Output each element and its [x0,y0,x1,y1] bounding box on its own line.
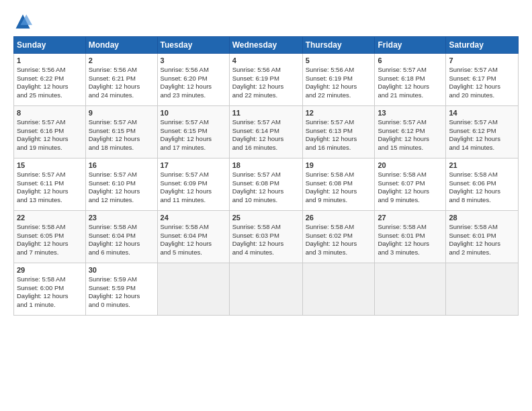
day-cell: 29Sunrise: 5:58 AMSunset: 6:00 PMDayligh… [14,263,86,316]
day-info-line: Sunset: 6:18 PM [378,75,443,83]
day-info-line: and 25 minutes. [17,91,83,100]
calendar-header: SundayMondayTuesdayWednesdayThursdayFrid… [14,37,519,54]
day-info-line: and 20 minutes. [449,91,515,100]
day-info-line: and 16 minutes. [306,144,372,152]
day-cell: 18Sunrise: 5:57 AMSunset: 6:08 PMDayligh… [229,158,302,211]
day-info-line: and 17 minutes. [161,144,226,152]
day-info-line: Daylight: 12 hours [161,135,226,144]
column-header-tuesday: Tuesday [157,37,229,54]
day-cell: 21Sunrise: 5:58 AMSunset: 6:06 PMDayligh… [446,158,519,211]
day-number: 16 [89,161,154,171]
column-header-monday: Monday [85,37,157,54]
day-info-line: Sunset: 6:13 PM [306,127,372,136]
day-info-line: Daylight: 12 hours [89,292,154,301]
day-info-line: and 18 minutes. [89,144,154,152]
day-info-line: and 9 minutes. [306,196,372,205]
day-info-line: Sunrise: 5:58 AM [17,223,83,232]
day-cell: 5Sunrise: 5:56 AMSunset: 6:19 PMDaylight… [302,54,375,106]
day-info-line: and 12 minutes. [89,196,154,205]
day-cell: 22Sunrise: 5:58 AMSunset: 6:05 PMDayligh… [14,211,86,263]
column-header-saturday: Saturday [446,37,519,54]
day-info-line: Sunrise: 5:57 AM [449,118,515,127]
day-info-line: Sunrise: 5:57 AM [161,118,226,127]
logo-icon [13,12,32,31]
day-cell: 2Sunrise: 5:56 AMSunset: 6:21 PMDaylight… [85,54,157,106]
day-info-line: Sunset: 6:19 PM [232,75,300,83]
day-info-line: and 8 minutes. [449,196,515,205]
day-cell [446,263,519,316]
day-info-line: and 15 minutes. [378,144,443,152]
day-number: 3 [161,56,226,66]
day-number: 21 [449,161,515,171]
day-info-line: Sunrise: 5:57 AM [449,66,515,75]
day-info-line: Daylight: 12 hours [449,135,515,144]
day-info-line: Sunset: 6:02 PM [306,232,372,240]
day-number: 15 [17,161,83,171]
day-info-line: Sunrise: 5:57 AM [17,118,83,127]
day-cell [229,263,302,316]
day-info-line: Sunset: 6:22 PM [17,75,83,83]
day-info-line: Sunrise: 5:56 AM [232,66,300,75]
day-cell: 6Sunrise: 5:57 AMSunset: 6:18 PMDaylight… [375,54,446,106]
day-cell: 20Sunrise: 5:58 AMSunset: 6:07 PMDayligh… [375,158,446,211]
day-number: 11 [232,108,300,118]
day-number: 26 [306,213,372,223]
day-cell: 9Sunrise: 5:57 AMSunset: 6:15 PMDaylight… [85,106,157,158]
day-cell [375,263,446,316]
day-number: 4 [232,56,300,66]
day-info-line: Sunset: 6:01 PM [378,232,443,240]
week-row-2: 8Sunrise: 5:57 AMSunset: 6:16 PMDaylight… [14,106,519,158]
day-cell: 26Sunrise: 5:58 AMSunset: 6:02 PMDayligh… [302,211,375,263]
day-info-line: and 7 minutes. [17,248,83,257]
day-info-line: Daylight: 12 hours [232,187,300,196]
week-row-5: 29Sunrise: 5:58 AMSunset: 6:00 PMDayligh… [14,263,519,316]
day-info-line: Sunrise: 5:58 AM [161,223,226,232]
day-info-line: Sunrise: 5:56 AM [306,66,372,75]
day-info-line: Daylight: 12 hours [306,135,372,144]
day-number: 17 [161,161,226,171]
week-row-1: 1Sunrise: 5:56 AMSunset: 6:22 PMDaylight… [14,54,519,106]
day-info-line: Daylight: 12 hours [306,187,372,196]
day-number: 10 [161,108,226,118]
day-number: 25 [232,213,300,223]
day-info-line: Sunset: 6:00 PM [17,284,83,293]
day-info-line: Sunrise: 5:58 AM [89,223,154,232]
day-cell: 23Sunrise: 5:58 AMSunset: 6:04 PMDayligh… [85,211,157,263]
logo [13,12,35,31]
day-cell: 8Sunrise: 5:57 AMSunset: 6:16 PMDaylight… [14,106,86,158]
day-info-line: Sunrise: 5:57 AM [378,66,443,75]
day-info-line: Sunrise: 5:56 AM [161,66,226,75]
day-number: 6 [378,56,443,66]
page: SundayMondayTuesdayWednesdayThursdayFrid… [0,0,532,411]
day-info-line: Sunset: 6:19 PM [306,75,372,83]
day-info-line: Daylight: 12 hours [89,187,154,196]
day-cell: 17Sunrise: 5:57 AMSunset: 6:09 PMDayligh… [157,158,229,211]
day-number: 18 [232,161,300,171]
day-info-line: Sunrise: 5:57 AM [378,118,443,127]
day-cell: 28Sunrise: 5:58 AMSunset: 6:01 PMDayligh… [446,211,519,263]
day-info-line: Daylight: 12 hours [232,240,300,248]
day-info-line: Daylight: 12 hours [378,83,443,91]
day-info-line: Sunset: 6:01 PM [449,232,515,240]
day-info-line: Sunrise: 5:57 AM [306,118,372,127]
day-info-line: Daylight: 12 hours [449,240,515,248]
day-cell: 11Sunrise: 5:57 AMSunset: 6:14 PMDayligh… [229,106,302,158]
day-info-line: and 10 minutes. [232,196,300,205]
day-info-line: Sunset: 6:03 PM [232,232,300,240]
day-info-line: and 3 minutes. [378,248,443,257]
day-number: 13 [378,108,443,118]
day-info-line: Sunset: 6:09 PM [161,179,226,188]
day-info-line: Daylight: 12 hours [449,187,515,196]
day-info-line: and 21 minutes. [378,91,443,100]
column-header-wednesday: Wednesday [229,37,302,54]
day-info-line: Daylight: 12 hours [17,187,83,196]
day-cell: 24Sunrise: 5:58 AMSunset: 6:04 PMDayligh… [157,211,229,263]
day-info-line: Daylight: 12 hours [161,187,226,196]
day-info-line: Daylight: 12 hours [449,83,515,91]
day-info-line: Sunrise: 5:58 AM [306,171,372,179]
day-info-line: Sunset: 6:17 PM [449,75,515,83]
day-info-line: Daylight: 12 hours [17,83,83,91]
day-cell: 4Sunrise: 5:56 AMSunset: 6:19 PMDaylight… [229,54,302,106]
day-info-line: Sunset: 6:08 PM [232,179,300,188]
day-info-line: Sunset: 6:06 PM [449,179,515,188]
